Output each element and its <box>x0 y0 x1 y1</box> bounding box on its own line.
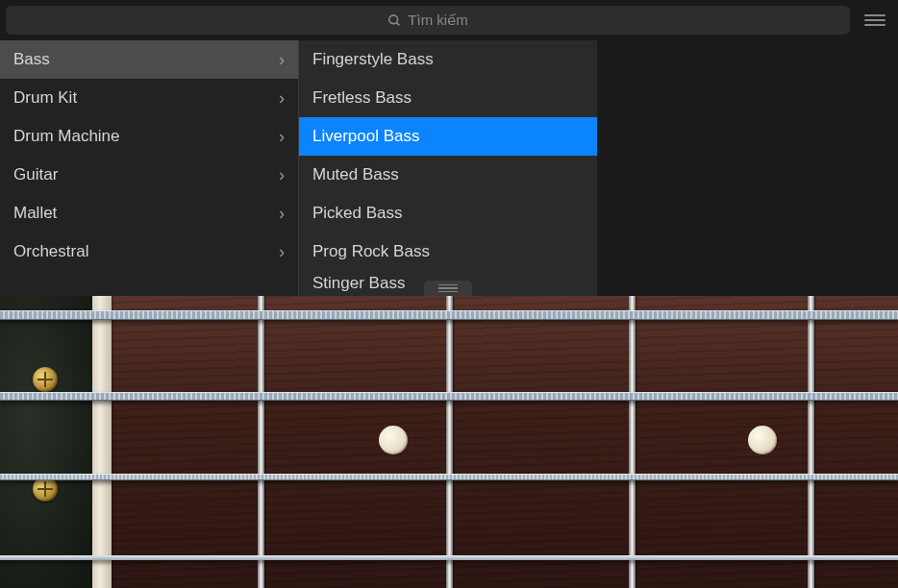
category-label: Orchestral <box>13 242 88 261</box>
chevron-right-icon: › <box>279 127 285 147</box>
svg-point-0 <box>389 14 398 23</box>
sub-item-label: Fretless Bass <box>312 88 412 108</box>
category-item-mallet[interactable]: Mallet › <box>0 194 298 233</box>
category-label: Guitar <box>13 165 58 184</box>
instrument-browser: Bass › Drum Kit › Drum Machine › Guitar … <box>0 40 597 296</box>
chevron-right-icon: › <box>279 88 285 109</box>
sub-item-label: Muted Bass <box>312 165 399 184</box>
bass-fretboard[interactable] <box>0 296 898 588</box>
chevron-right-icon: › <box>279 204 285 224</box>
bass-string-d[interactable] <box>0 474 898 480</box>
fret-marker-icon <box>379 426 408 454</box>
top-bar: Tìm kiếm <box>0 0 898 40</box>
category-label: Drum Kit <box>13 88 77 108</box>
menu-icon[interactable] <box>858 6 892 35</box>
fret-marker-icon <box>748 426 777 454</box>
search-icon <box>387 13 402 28</box>
fret <box>258 296 264 588</box>
sub-item-label: Prog Rock Bass <box>312 242 430 261</box>
chevron-right-icon: › <box>279 50 285 70</box>
sub-item-label: Picked Bass <box>312 204 403 223</box>
sub-item-liverpool-bass[interactable]: Liverpool Bass <box>299 117 597 156</box>
sub-item-label: Fingerstyle Bass <box>312 50 434 69</box>
category-item-drum-machine[interactable]: Drum Machine › <box>0 117 298 156</box>
category-label: Bass <box>13 50 50 69</box>
sub-item-muted-bass[interactable]: Muted Bass <box>299 156 597 194</box>
category-item-drum-kit[interactable]: Drum Kit › <box>0 79 298 117</box>
bass-string-a[interactable] <box>0 392 898 401</box>
sub-item-label: Liverpool Bass <box>312 127 420 146</box>
category-item-bass[interactable]: Bass › <box>0 40 298 79</box>
nut <box>92 296 112 588</box>
tuning-peg-icon <box>33 367 58 392</box>
fret <box>446 296 453 588</box>
chevron-right-icon: › <box>279 242 285 262</box>
fret <box>629 296 636 588</box>
drag-handle-icon[interactable] <box>424 281 472 296</box>
sub-item-picked-bass[interactable]: Picked Bass <box>299 194 597 233</box>
chevron-right-icon: › <box>279 165 285 185</box>
category-label: Mallet <box>13 204 57 223</box>
svg-line-1 <box>397 22 400 25</box>
sub-item-fretless-bass[interactable]: Fretless Bass <box>299 79 597 117</box>
fretboard <box>112 296 898 588</box>
category-label: Drum Machine <box>13 127 120 146</box>
category-item-guitar[interactable]: Guitar › <box>0 156 298 194</box>
sub-item-fingerstyle-bass[interactable]: Fingerstyle Bass <box>299 40 597 79</box>
search-placeholder: Tìm kiếm <box>408 12 467 29</box>
bass-string-e[interactable] <box>0 310 898 320</box>
sub-item-label: Stinger Bass <box>312 274 405 293</box>
bass-string-g[interactable] <box>0 555 898 560</box>
category-list: Bass › Drum Kit › Drum Machine › Guitar … <box>0 40 298 296</box>
search-input[interactable]: Tìm kiếm <box>6 6 850 35</box>
category-item-orchestral[interactable]: Orchestral › <box>0 233 298 271</box>
headstock <box>0 296 92 588</box>
sub-instrument-list: Fingerstyle Bass Fretless Bass Liverpool… <box>298 40 597 296</box>
fret <box>808 296 814 588</box>
sub-item-prog-rock-bass[interactable]: Prog Rock Bass <box>299 233 597 271</box>
